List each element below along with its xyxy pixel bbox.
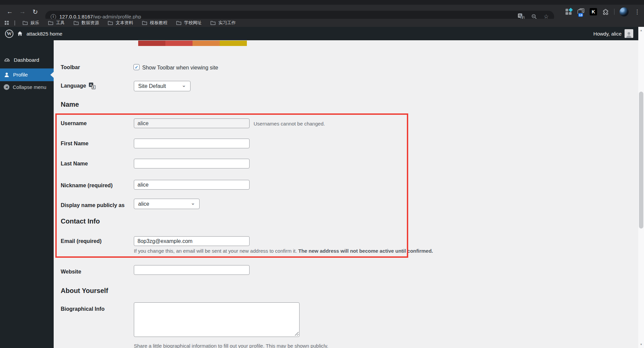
about-yourself-heading: About Yourself xyxy=(61,287,108,295)
profile-form-content: Toolbar ✓ Show Toolbar when viewing site… xyxy=(54,40,638,348)
forward-icon[interactable]: → xyxy=(17,8,28,15)
biographical-info-textarea[interactable] xyxy=(134,302,300,337)
bookmark-folder-label: 娱乐 xyxy=(31,20,39,26)
folder-icon xyxy=(210,20,216,25)
extension-cluster: 13 K ⋮ xyxy=(566,5,641,19)
bookmark-folder-entertainment[interactable]: 娱乐 xyxy=(18,19,44,27)
first-name-label: First Name xyxy=(61,141,89,147)
biographical-info-description: Share a little biographical information … xyxy=(134,343,328,348)
back-icon[interactable]: ← xyxy=(4,8,15,15)
username-input[interactable] xyxy=(134,118,250,128)
sidebar-item-label: Collapse menu xyxy=(13,84,46,90)
folder-icon xyxy=(176,20,181,25)
person-icon xyxy=(625,31,633,38)
first-name-input[interactable] xyxy=(134,139,250,148)
squares-extension-icon[interactable] xyxy=(566,8,572,15)
email-description-bold: The new address will not become active u… xyxy=(298,248,433,254)
translation-icon-front: 文 xyxy=(92,85,96,89)
color-swatch-orange xyxy=(193,41,220,46)
username-description: Usernames cannot be changed. xyxy=(254,121,325,127)
nickname-label: Nickname (required) xyxy=(61,183,113,189)
email-description: If you change this, an email will be sen… xyxy=(134,248,433,254)
wp-admin-bar: W attack825 home Howdy, alice xyxy=(0,27,638,40)
display-name-select-value: alice xyxy=(138,201,149,207)
scroll-down-icon[interactable]: ▼ xyxy=(638,343,644,346)
sidebar-item-dashboard[interactable]: Dashboard xyxy=(0,54,54,66)
language-row-label: Language A 文 xyxy=(61,83,96,89)
name-section-heading: Name xyxy=(61,101,79,108)
browser-nav-group: ← → ↻ xyxy=(0,8,41,16)
active-item-notch xyxy=(50,72,54,78)
browser-toolbar: ← → ↻ i 127.0.0.1:8167/wp-admin/profile.… xyxy=(0,5,644,19)
folder-icon xyxy=(108,20,113,25)
home-icon xyxy=(17,31,23,36)
wp-sidebar-menu: Dashboard Profile ◀ Collapse menu xyxy=(0,40,54,348)
folder-icon xyxy=(48,20,53,25)
color-swatch-red xyxy=(165,41,193,46)
bookmark-folder-label: 数据资源 xyxy=(82,20,99,26)
textarea-resize-grip[interactable] xyxy=(295,332,299,336)
bookmarks-bar: 娱乐 工具 数据资源 文本资料 模板教程 学校网址 实习工作 xyxy=(0,19,644,27)
bookmark-folder-tools[interactable]: 工具 xyxy=(44,19,69,27)
sidebar-collapse-menu[interactable]: ◀ Collapse menu xyxy=(0,81,54,93)
bookmark-folder-label: 工具 xyxy=(56,20,65,26)
color-swatch-dark-red xyxy=(138,41,165,46)
sidebar-item-profile[interactable]: Profile xyxy=(0,68,54,81)
reload-icon[interactable]: ↻ xyxy=(30,8,41,16)
page-scrollbar[interactable]: ▲ ▼ xyxy=(638,27,644,348)
nickname-input[interactable] xyxy=(134,180,250,190)
bookmark-folder-label: 模板教程 xyxy=(150,20,167,26)
bookmark-folder-data-resources[interactable]: 数据资源 xyxy=(69,19,103,27)
color-swatch-yellow xyxy=(220,41,247,46)
display-name-label: Display name publicly as xyxy=(61,202,124,208)
translation-icon: A 文 xyxy=(89,83,96,89)
sidebar-item-label: Profile xyxy=(13,72,28,78)
howdy-label: Howdy, alice xyxy=(593,31,622,37)
website-input[interactable] xyxy=(134,265,250,275)
extensions-puzzle-icon[interactable] xyxy=(602,8,609,15)
folder-icon xyxy=(142,20,147,25)
contact-info-heading: Contact Info xyxy=(61,217,100,225)
browser-menu-icon[interactable]: ⋮ xyxy=(634,8,641,15)
wordpress-logo-icon[interactable]: W xyxy=(5,30,13,38)
website-label: Website xyxy=(61,269,81,275)
scrollbar-thumb[interactable] xyxy=(639,92,643,229)
browser-profile-avatar[interactable] xyxy=(620,7,629,16)
site-name-link[interactable]: attack825 home xyxy=(26,31,62,37)
dashboard-icon xyxy=(4,57,10,63)
folder-icon xyxy=(22,20,28,25)
bookmark-folder-template-tutorials[interactable]: 模板教程 xyxy=(138,19,172,27)
email-label: Email (required) xyxy=(61,238,102,244)
display-name-select[interactable]: alice ⌄ xyxy=(134,199,200,209)
last-name-input[interactable] xyxy=(134,159,250,168)
show-toolbar-checkbox[interactable]: ✓ xyxy=(133,64,140,70)
bookmarks-divider xyxy=(14,20,15,26)
bookmark-folder-label: 学校网址 xyxy=(184,20,202,26)
bookmark-folder-label: 实习工作 xyxy=(218,20,236,26)
folder-icon xyxy=(73,20,79,25)
last-name-label: Last Name xyxy=(61,161,88,167)
toolbar-divider xyxy=(614,9,614,15)
toolbar-row-label: Toolbar xyxy=(61,64,80,70)
bookmark-folder-internship[interactable]: 实习工作 xyxy=(206,19,240,27)
tab-count-badge: 13 xyxy=(578,13,583,17)
chevron-down-icon: ⌄ xyxy=(185,200,195,206)
sidebar-item-label: Dashboard xyxy=(14,57,39,63)
biographical-info-label: Biographical Info xyxy=(61,306,105,312)
collapse-arrow-icon: ◀ xyxy=(4,84,9,90)
tab-stack-extension-icon[interactable]: 13 xyxy=(577,8,585,15)
email-input[interactable] xyxy=(134,236,250,246)
username-label: Username xyxy=(61,120,87,127)
admin-bar-account[interactable]: Howdy, alice xyxy=(593,29,633,38)
browser-window-strip xyxy=(0,0,644,5)
bookmark-folder-school-sites[interactable]: 学校网址 xyxy=(172,19,206,27)
user-avatar xyxy=(625,29,633,38)
bookmark-folder-text-materials[interactable]: 文本资料 xyxy=(103,19,138,27)
show-toolbar-checkbox-label[interactable]: Show Toolbar when viewing site xyxy=(142,65,218,71)
scroll-up-icon[interactable]: ▲ xyxy=(638,29,644,32)
k-extension-icon[interactable]: K xyxy=(590,8,597,15)
language-label-text: Language xyxy=(61,83,86,89)
email-description-normal: If you change this, an email will be sen… xyxy=(134,248,298,254)
apps-grid-icon[interactable] xyxy=(5,21,9,25)
language-select[interactable]: Site Default ⌄ xyxy=(134,81,191,91)
